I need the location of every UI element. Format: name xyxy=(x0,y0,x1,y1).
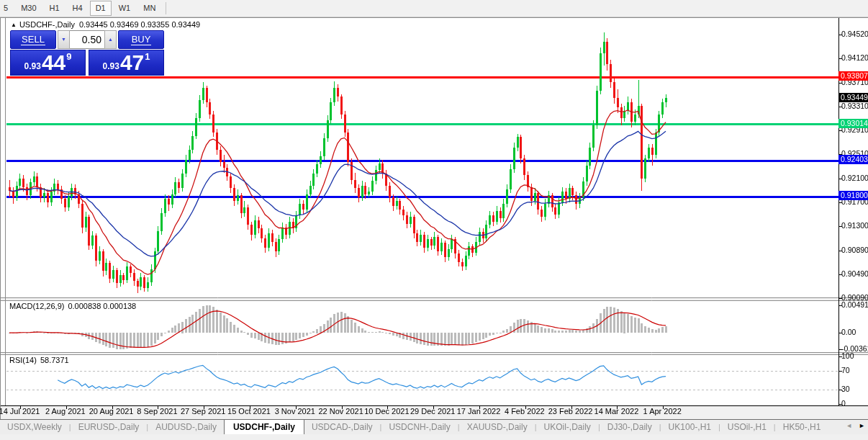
tab-usdcnh-daily[interactable]: USDCNH-,Daily xyxy=(381,421,457,434)
volume-increase-button[interactable]: ▲ xyxy=(104,30,117,49)
tabs-scroll-left-icon[interactable]: ◄ xyxy=(846,422,852,429)
timeframe-m30[interactable]: M30 xyxy=(15,1,42,16)
chart-tabbar: USDX,Weekly|EURUSD-,Daily|AUDUSD-,Daily … xyxy=(0,419,868,434)
sell-price-prefix: 0.93 xyxy=(24,61,41,71)
sell-price-pipette: 9 xyxy=(66,51,71,62)
sell-price-main: 44 xyxy=(42,52,65,73)
tab-usdx-weekly[interactable]: USDX,Weekly xyxy=(0,421,69,434)
tab-dj30-daily[interactable]: DJ30-,Daily xyxy=(600,421,659,434)
sell-price-tile[interactable]: 0.93 44 9 xyxy=(10,50,86,76)
sell-button[interactable]: SELL xyxy=(10,30,56,49)
timeframe-toolbar: 5M30H1H4D1W1MN xyxy=(0,0,868,17)
tab-hk50-h1[interactable]: HK50-,H1 xyxy=(776,421,828,434)
tab-audusd-daily[interactable]: AUDUSD-,Daily xyxy=(148,421,224,434)
tabs-scroll-right-icon[interactable]: ► xyxy=(859,422,865,429)
tab-usdcad-daily[interactable]: USDCAD-,Daily xyxy=(304,421,380,434)
chart-window xyxy=(0,17,868,419)
volume-input[interactable] xyxy=(70,30,104,49)
timeframe-h4[interactable]: H4 xyxy=(67,1,89,16)
timeframe-5[interactable]: 5 xyxy=(0,1,14,16)
price-chart-canvas[interactable] xyxy=(1,18,868,420)
timeframe-w1[interactable]: W1 xyxy=(113,1,137,16)
volume-spinner: ▼ ▲ xyxy=(58,30,117,49)
buy-price-tile[interactable]: 0.93 47 1 xyxy=(89,50,164,76)
timeframe-mn[interactable]: MN xyxy=(137,1,161,16)
volume-decrease-button[interactable]: ▼ xyxy=(58,30,70,49)
buy-price-main: 47 xyxy=(120,52,144,73)
buy-price-pipette: 1 xyxy=(145,51,150,62)
tab-usdchf-daily[interactable]: USDCHF-,Daily xyxy=(224,419,304,434)
one-click-trading-panel: SELL ▼ ▲ BUY 0.93 44 9 0.93 47 1 xyxy=(10,30,164,76)
toolbar-separator xyxy=(166,2,166,14)
timeframe-d1[interactable]: D1 xyxy=(90,1,112,16)
buy-price-prefix: 0.93 xyxy=(103,61,119,71)
buy-button[interactable]: BUY xyxy=(118,30,164,49)
tab-xauusd-daily[interactable]: XAUUSD-,Daily xyxy=(460,421,535,434)
tab-ukoil-daily[interactable]: UKOil-,Daily xyxy=(537,421,598,434)
timeframe-h1[interactable]: H1 xyxy=(44,1,65,16)
tab-uk100-h1[interactable]: UK100-,H1 xyxy=(661,421,718,434)
tab-eurusd-daily[interactable]: EURUSD-,Daily xyxy=(71,421,147,434)
tabbar-arrows: ◄► xyxy=(846,422,865,429)
tab-usoil-h1[interactable]: USOil-,H1 xyxy=(720,421,774,434)
